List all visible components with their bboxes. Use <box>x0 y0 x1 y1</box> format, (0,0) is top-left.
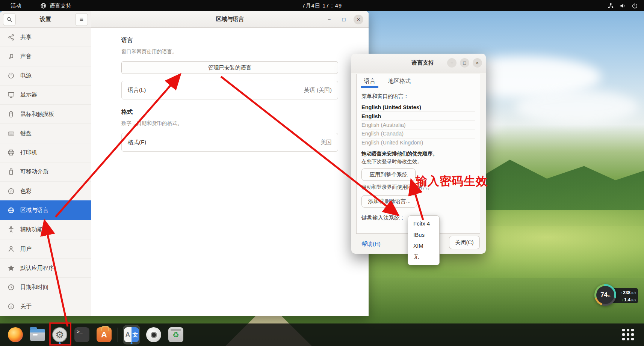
displays-icon <box>8 91 15 98</box>
download-arrow-icon: ↓ <box>621 298 623 302</box>
tab-language[interactable]: 语言 <box>364 74 375 88</box>
ime-option-无[interactable]: 无 <box>413 251 439 263</box>
dock-item-settings[interactable]: ⚙ <box>51 325 68 344</box>
power-icon[interactable] <box>632 3 638 9</box>
sidebar-item-default-apps[interactable]: 默认应用程序 <box>0 258 91 277</box>
primary-menu-button[interactable]: ≡ <box>75 13 88 26</box>
sidebar-item-label: 日期和时间 <box>20 284 48 291</box>
language-row[interactable]: 语言(L) 英语 (美国) <box>121 81 338 99</box>
language-list-item[interactable]: English <box>361 111 475 120</box>
language-row-value: 英语 (美国) <box>304 87 332 94</box>
media-player-icon <box>146 327 161 342</box>
ime-option-XIM[interactable]: XIM <box>413 240 439 251</box>
trash-icon: ♻ <box>168 327 183 342</box>
settings-main-panel: 区域与语言 − □ × 语言 窗口和网页使用的语言。 管理已安装的语言 语言(L… <box>91 11 369 316</box>
dock-item-trash[interactable]: ♻ <box>167 325 184 344</box>
settings-title: 设置 <box>16 16 75 23</box>
sidebar-header: 设置 ≡ <box>0 11 91 28</box>
dock-item-files[interactable] <box>29 325 46 344</box>
dock-item-software[interactable]: A <box>95 325 113 344</box>
ime-dropdown-popup: Fcitx 4IBusXIM无 <box>408 215 440 265</box>
system-tray[interactable] <box>608 3 638 9</box>
settings-content: 语言 窗口和网页使用的语言。 管理已安装的语言 语言(L) 英语 (美国) 格式… <box>91 28 369 316</box>
dock-item-firefox[interactable] <box>7 325 24 344</box>
sidebar-item-region-language[interactable]: 区域与语言 <box>0 200 91 220</box>
sidebar-item-mouse-touchpad[interactable]: 鼠标和触摸板 <box>0 104 91 123</box>
power-icon <box>8 72 15 79</box>
sidebar-item-label: 关于 <box>20 303 32 310</box>
sidebar-item-sound[interactable]: 声音 <box>0 47 91 66</box>
search-button[interactable] <box>3 13 16 26</box>
cpu-gauge[interactable]: 74% <box>594 284 616 306</box>
ime-option-Fcitx 4[interactable]: Fcitx 4 <box>413 218 439 229</box>
apply-system-wide-button[interactable]: 应用到整个系统 <box>361 168 416 181</box>
network-icon[interactable] <box>608 3 614 9</box>
format-row[interactable]: 格式(F) 美国 <box>121 133 338 152</box>
sidebar-item-label: 鼠标和触摸板 <box>20 111 54 118</box>
dock-item-terminal[interactable]: >_ <box>73 325 91 344</box>
sidebar-item-color[interactable]: 色彩 <box>0 181 91 200</box>
focused-app-menu[interactable]: 语言支持 <box>40 2 71 9</box>
sidebar-item-label: 用户 <box>20 245 32 253</box>
maximize-button[interactable]: □ <box>339 15 349 24</box>
minimize-button[interactable]: − <box>324 15 334 24</box>
dialog-titlebar: 语言支持 − □ × <box>351 54 486 72</box>
sidebar-item-sharing[interactable]: 共享 <box>0 28 91 47</box>
dialog-notebook: 语言 地区格式 菜单和窗口的语言： English (United States… <box>356 74 480 234</box>
language-section-heading: 语言 <box>121 37 338 44</box>
sidebar-item-about[interactable]: 关于 <box>0 297 91 316</box>
settings-titlebar: 区域与语言 − □ × <box>91 11 369 28</box>
star-icon <box>8 265 15 272</box>
language-list-item[interactable]: English (Australia) <box>361 120 475 129</box>
volume-icon[interactable] <box>620 3 626 9</box>
globe-icon <box>40 3 47 9</box>
login-hint: 在您下次登录时修改生效。 <box>361 158 475 165</box>
cloud <box>515 90 639 124</box>
sidebar-item-keyboard[interactable]: 键盘 <box>0 123 91 143</box>
sidebar-item-removable-media[interactable]: 可移动介质 <box>0 162 91 181</box>
clock[interactable]: 7月4日 17：49 <box>302 2 342 9</box>
sidebar-item-printers[interactable]: 打印机 <box>0 143 91 162</box>
help-button[interactable]: 帮助(H) <box>361 241 381 248</box>
sidebar-item-label: 辅助功能 <box>20 226 43 233</box>
software-icon: A <box>97 327 112 342</box>
mouse-icon <box>8 111 15 118</box>
sidebar-item-accessibility[interactable]: 辅助功能 <box>0 220 91 239</box>
dock-item-media-player[interactable] <box>145 325 162 344</box>
menu-language-label: 菜单和窗口的语言： <box>361 93 475 100</box>
tab-regional-formats[interactable]: 地区格式 <box>388 74 411 88</box>
settings-sidebar: 设置 ≡ 共享声音电源显示器鼠标和触摸板键盘打印机可移动介质色彩区域与语言辅助功… <box>0 11 91 316</box>
sidebar-item-label: 区域与语言 <box>20 207 48 214</box>
upload-unit: K/s <box>631 291 636 295</box>
dialog-close-button[interactable]: × <box>473 58 482 68</box>
format-section-heading: 格式 <box>121 108 338 116</box>
firefox-icon <box>8 327 23 342</box>
add-remove-languages-button[interactable]: 添加或删除语言... <box>361 195 417 208</box>
language-list-item[interactable]: English (Canada) <box>361 129 475 138</box>
focused-app-label: 语言支持 <box>50 2 71 9</box>
close-button[interactable]: × <box>354 15 363 24</box>
keyboard-icon <box>8 130 15 137</box>
ime-option-IBus[interactable]: IBus <box>413 229 439 241</box>
sidebar-item-displays[interactable]: 显示器 <box>0 85 91 104</box>
upload-value: 238 <box>623 290 630 295</box>
sidebar-item-date-time[interactable]: 日期和时间 <box>0 277 91 296</box>
dock-item-translator[interactable]: A文 <box>123 325 140 344</box>
language-list-item[interactable]: English (United Kingdom) <box>361 138 475 147</box>
dialog-maximize-button[interactable]: □ <box>460 58 469 68</box>
show-applications-button[interactable] <box>622 329 634 341</box>
dialog-minimize-button[interactable]: − <box>447 58 457 68</box>
sidebar-item-label: 共享 <box>20 34 32 41</box>
dialog-close-action-button[interactable]: 关闭(C) <box>449 236 480 249</box>
activities-button[interactable]: 活动 <box>8 2 24 9</box>
dialog-title: 语言支持 <box>351 54 450 72</box>
format-section-description: 数字，日期和货币的格式。 <box>121 120 338 127</box>
usb-icon <box>8 168 15 175</box>
cpu-percent-value: 74 <box>600 291 607 299</box>
sidebar-item-power[interactable]: 电源 <box>0 66 91 85</box>
hamburger-icon: ≡ <box>80 16 83 23</box>
sidebar-item-users[interactable]: 用户 <box>0 239 91 258</box>
manage-installed-languages-button[interactable]: 管理已安装的语言 <box>121 61 338 74</box>
language-list-item[interactable]: English (United States) <box>361 103 475 111</box>
search-icon <box>6 17 12 23</box>
